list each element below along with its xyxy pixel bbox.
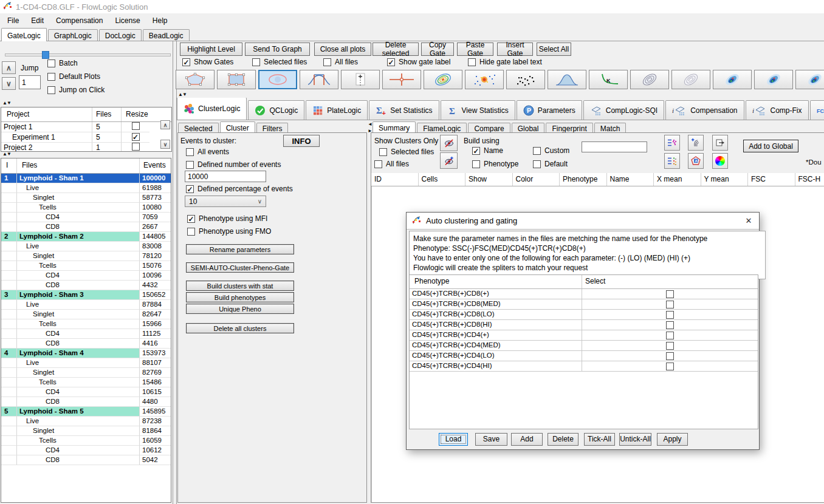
hide-clusters-add-button[interactable] bbox=[440, 152, 458, 169]
gate-row[interactable]: CD410096 bbox=[1, 271, 171, 281]
file-row[interactable]: 5Lymphoid - Sham 5145895 bbox=[1, 407, 171, 417]
histogram-plot-tool-button[interactable] bbox=[548, 70, 586, 89]
number-of-events-input[interactable] bbox=[185, 171, 266, 182]
polygon-gate-tool-button[interactable] bbox=[176, 70, 215, 89]
column-header-id[interactable]: ID bbox=[371, 173, 419, 186]
load-button[interactable]: Load bbox=[439, 433, 468, 446]
summary-all-files-checkbox[interactable] bbox=[374, 160, 382, 168]
menu-file[interactable]: File bbox=[1, 15, 25, 27]
build-default-checkbox[interactable] bbox=[533, 160, 541, 168]
gate-row[interactable]: Singlet82647 bbox=[1, 310, 171, 319]
toolbar-all-files-checkbox[interactable] bbox=[323, 58, 331, 66]
gate-row[interactable]: CD84480 bbox=[1, 397, 171, 407]
send-to-graph-button[interactable]: Send To Graph bbox=[245, 43, 310, 56]
contour-plot-light-tool-button[interactable] bbox=[671, 70, 710, 89]
jump-jump-on-click-checkbox[interactable] bbox=[47, 86, 55, 94]
jump-down-button[interactable]: ∨ bbox=[2, 77, 16, 90]
gate-row[interactable]: Tcells16059 bbox=[1, 436, 171, 446]
gate-row[interactable]: Tcells10080 bbox=[1, 203, 171, 213]
summary-tab-flamelogic[interactable]: FlameLogic bbox=[417, 123, 467, 133]
gate-a-button[interactable]: A bbox=[688, 153, 704, 169]
column-header-show[interactable]: Show bbox=[465, 173, 513, 186]
rectangle-gate-tool-button[interactable] bbox=[217, 70, 256, 89]
cluster-defined-percentage-of-events-checkbox[interactable]: ✓ bbox=[186, 185, 194, 193]
unique-pheno-button[interactable]: Unique Pheno bbox=[186, 304, 294, 314]
summary-selected-files-checkbox[interactable] bbox=[379, 148, 387, 156]
jump-index-input[interactable] bbox=[19, 75, 41, 89]
phenotype-row[interactable]: CD45(+)TCRB(+)CD4(HI) bbox=[410, 361, 758, 372]
toolbar-show-gates-checkbox[interactable]: ✓ bbox=[182, 58, 190, 66]
cross-gate-tool-button[interactable] bbox=[382, 70, 421, 89]
paste-gate-button[interactable]: Paste Gate bbox=[457, 43, 493, 56]
delete-all-clusters-button[interactable]: Delete all clusters bbox=[186, 323, 294, 333]
gate-row[interactable]: CD84432 bbox=[1, 281, 171, 290]
cluster-tab-filters[interactable]: Filters bbox=[256, 123, 289, 133]
cluster-all-events-checkbox[interactable] bbox=[186, 148, 194, 156]
contour-gate-tool-button[interactable] bbox=[424, 70, 462, 89]
files-col-header[interactable]: Files bbox=[92, 107, 122, 121]
untick-all-button[interactable]: Untick-All bbox=[619, 433, 651, 446]
gate-row[interactable]: Live83008 bbox=[1, 242, 171, 251]
add-fingerprint-button[interactable] bbox=[688, 135, 704, 151]
select-checkbox[interactable] bbox=[666, 301, 674, 308]
menu-license[interactable]: License bbox=[109, 15, 146, 27]
file-row[interactable]: 4Lymphoid - Sham 4153973 bbox=[1, 349, 171, 358]
range-gate-tool-button[interactable] bbox=[300, 70, 338, 89]
summary-tab-fingerprint[interactable]: Fingerprint bbox=[546, 123, 592, 133]
build-name-checkbox[interactable]: ✓ bbox=[472, 147, 480, 155]
cluster-phenotype-using-fmo-checkbox[interactable] bbox=[187, 228, 195, 236]
phenotype-row[interactable]: CD45(+)TCRB(+)CD4(LO) bbox=[410, 351, 758, 361]
column-header-y-mean[interactable]: Y mean bbox=[701, 173, 749, 186]
export-gate-button[interactable] bbox=[712, 135, 728, 151]
events-col-header[interactable]: Events bbox=[140, 158, 171, 173]
logic-tab-qclogic[interactable]: QCLogic bbox=[248, 100, 304, 120]
toolbar-hide-gate-label-text-checkbox[interactable] bbox=[468, 58, 476, 66]
toolbar-show-gate-label-checkbox[interactable]: ✓ bbox=[387, 58, 395, 66]
gate-row[interactable]: Live88107 bbox=[1, 358, 171, 368]
cluster-tab-selected[interactable]: Selected bbox=[178, 123, 219, 133]
select-checkbox[interactable] bbox=[666, 352, 674, 360]
insert-gate-button[interactable]: Insert Gate bbox=[497, 43, 533, 56]
tab-gatelogic[interactable]: GateLogic bbox=[1, 28, 47, 41]
column-header-fsc[interactable]: FSC bbox=[748, 173, 795, 186]
logic-tab-set-statistics[interactable]: Σ+Set Statistics bbox=[369, 100, 439, 120]
summary-tab-compare[interactable]: Compare bbox=[468, 123, 510, 133]
color-wheel-button[interactable] bbox=[712, 153, 728, 169]
select-all-button[interactable]: Select All bbox=[537, 43, 571, 56]
resize-col-header[interactable]: Resize bbox=[122, 107, 171, 121]
phenotype-row[interactable]: CD45(+)TCRB(+)CD8(+) bbox=[410, 289, 758, 299]
phenotype-col-header[interactable]: Phenotype bbox=[410, 275, 582, 288]
menu-help[interactable]: Help bbox=[146, 15, 174, 27]
semi-auto-cluster-pheno-gate-button[interactable]: SEMI-AUTO-Cluster-Pheno-Gate bbox=[186, 262, 294, 273]
gate-row[interactable]: CD47059 bbox=[1, 213, 171, 222]
gate-row[interactable]: Singlet78120 bbox=[1, 251, 171, 261]
select-checkbox[interactable] bbox=[666, 311, 674, 319]
delete-button[interactable]: Delete bbox=[548, 433, 579, 446]
toolbar-selected-files-checkbox[interactable] bbox=[252, 58, 260, 66]
select-col-header[interactable]: Select bbox=[582, 275, 758, 288]
hide-clusters-button[interactable] bbox=[440, 135, 458, 151]
cluster-tab-cluster[interactable]: Cluster bbox=[220, 121, 255, 134]
gate-row[interactable]: Live87884 bbox=[1, 300, 171, 310]
summary-tab-global[interactable]: Global bbox=[512, 123, 545, 133]
jump-up-button[interactable]: ∧ bbox=[2, 61, 16, 74]
phenotype-row[interactable]: CD45(+)TCRB(+)CD8(LO) bbox=[410, 310, 758, 320]
project-scroll-up[interactable]: ∧ bbox=[160, 120, 170, 129]
gate-row[interactable]: CD411125 bbox=[1, 329, 171, 339]
density-plot-2-tool-button[interactable] bbox=[754, 70, 793, 89]
resize-checkbox[interactable] bbox=[132, 122, 140, 130]
density-plot-tool-button[interactable] bbox=[713, 70, 752, 89]
splitter-handle[interactable]: ▲▼ bbox=[178, 92, 187, 97]
file-row[interactable]: 3Lymphoid - Sham 3150652 bbox=[1, 290, 171, 300]
logic-tab-complogic-sqi[interactable]: CompLogic-SQI bbox=[583, 100, 664, 120]
tab-doclogic[interactable]: DocLogic bbox=[99, 29, 142, 41]
logic-tab-metadata[interactable]: FCSiMetadata bbox=[810, 100, 824, 120]
project-scroll-down[interactable]: ∨ bbox=[160, 140, 170, 149]
phenotype-row[interactable]: CD45(+)TCRB(+)CD8(HI) bbox=[410, 320, 758, 330]
quadrant-gate-tool-button[interactable] bbox=[341, 70, 380, 89]
logic-tab-platelogic[interactable]: PlateLogic bbox=[306, 100, 368, 120]
copy-gate-button[interactable]: Copy Gate bbox=[421, 43, 454, 56]
jump-default-plots-checkbox[interactable] bbox=[47, 73, 55, 81]
delete-selected-button[interactable]: Delete selected bbox=[373, 43, 419, 56]
dialog-title-bar[interactable]: Auto clustering and gating bbox=[407, 213, 759, 230]
